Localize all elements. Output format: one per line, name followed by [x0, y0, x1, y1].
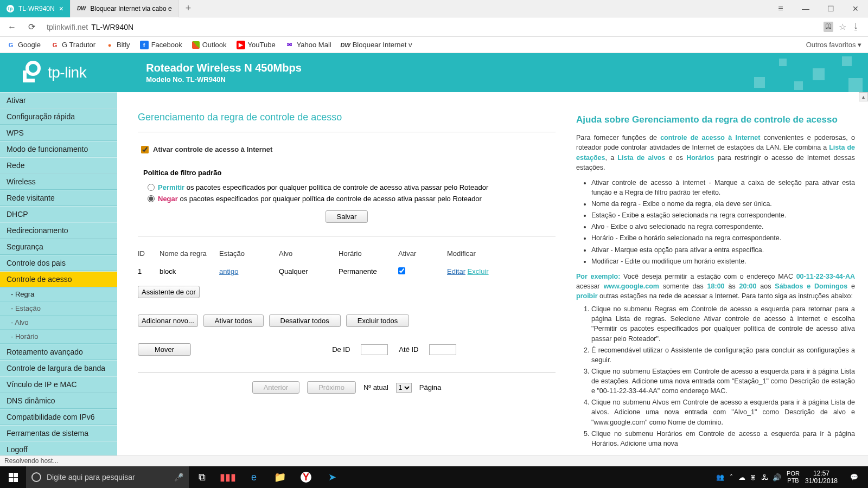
translate-icon: G: [50, 41, 59, 49]
taskbar-search[interactable]: Digite aqui para pesquisar 🎤: [26, 466, 189, 488]
save-button[interactable]: Salvar: [326, 210, 368, 223]
telegram-icon[interactable]: ➤: [319, 466, 345, 488]
yandex-icon[interactable]: Y: [293, 466, 319, 488]
tray-volume-icon[interactable]: 🔊: [773, 473, 781, 481]
tab-close-icon[interactable]: ×: [59, 4, 63, 13]
dw-icon: DW: [341, 41, 350, 49]
help-intro: Para fornecer funções de controle de ace…: [576, 133, 855, 172]
sidebar-item-systools[interactable]: Ferramentas de sistema: [0, 425, 117, 441]
deny-word: Negar: [158, 195, 178, 203]
tray-defender-icon[interactable]: ⛨: [750, 473, 757, 481]
notifications-icon[interactable]: 💬: [843, 473, 865, 481]
explorer-icon[interactable]: 📁: [267, 466, 293, 488]
reader-mode-icon[interactable]: 🕮: [824, 22, 833, 32]
url-path: TL-WR940N: [91, 23, 133, 31]
sidebar-item-security[interactable]: Segurança: [0, 239, 117, 255]
browser-tab-active[interactable]: tp TL-WR940N ×: [0, 0, 71, 17]
sidebar-sub-schedule[interactable]: - Horário: [0, 330, 117, 344]
enable-access-checkbox[interactable]: [141, 146, 149, 153]
cell-station-link[interactable]: antigo: [219, 267, 279, 276]
task-view-icon[interactable]: ⧉: [189, 466, 215, 488]
delete-all-button[interactable]: Excluir todos: [346, 314, 409, 327]
bookmark-outlook[interactable]: Outlook: [192, 41, 227, 49]
sidebar-item-ipmac[interactable]: Vínculo de IP e MAC: [0, 376, 117, 393]
row-enable-checkbox[interactable]: [398, 267, 405, 274]
taskbar-clock[interactable]: 12:57 31/01/2018: [805, 470, 838, 485]
next-page-button[interactable]: Próximo: [307, 381, 356, 394]
sidebar-item-routing[interactable]: Roteamento avançado: [0, 344, 117, 360]
to-id-label: Até ID: [399, 345, 418, 354]
from-id-input[interactable]: [361, 344, 388, 355]
taskbar-language[interactable]: POR PTB: [787, 470, 800, 484]
other-favorites[interactable]: Outros favoritos ▾: [806, 41, 861, 49]
bookmark-youtube[interactable]: ▶YouTube: [237, 41, 276, 49]
sidebar-item-parental[interactable]: Controle dos pais: [0, 255, 117, 271]
sidebar-sub-station[interactable]: - Estação: [0, 301, 117, 316]
maximize-icon[interactable]: ☐: [818, 0, 843, 17]
sidebar-item-wps[interactable]: WPS: [0, 125, 117, 141]
edit-link[interactable]: Editar: [447, 267, 465, 275]
assistant-button[interactable]: Assistente de cor: [138, 286, 200, 298]
router-title: Roteador Wireless N 450Mbps: [146, 62, 302, 74]
taskbar-app-1[interactable]: ▮▮▮: [215, 466, 241, 488]
disable-all-button[interactable]: Desativar todos: [269, 314, 341, 327]
sidebar-item-opmode[interactable]: Modo de funcionamento: [0, 141, 117, 157]
tray-chevron-icon[interactable]: ˄: [730, 473, 733, 481]
start-button[interactable]: [0, 466, 26, 488]
bookmark-gtradutor[interactable]: GG Tradutor: [50, 41, 95, 49]
sidebar-item-forwarding[interactable]: Redirecionamento: [0, 222, 117, 239]
sidebar-item-network[interactable]: Rede: [0, 157, 117, 174]
bookmark-bloquear[interactable]: DWBloquear Internet v: [341, 41, 412, 49]
enable-all-button[interactable]: Ativar todos: [203, 314, 264, 327]
cell-schedule: Permanente: [339, 267, 398, 276]
mic-icon[interactable]: 🎤: [174, 473, 183, 481]
sidebar-item-guest[interactable]: Rede visitante: [0, 190, 117, 206]
cell-id: 1: [138, 267, 159, 276]
youtube-icon: ▶: [237, 41, 245, 49]
bookmark-yahoomail[interactable]: ✉Yahoo Mail: [285, 41, 331, 49]
edge-icon[interactable]: e: [241, 466, 267, 488]
policy-heading: Política de filtro padrão: [143, 169, 556, 177]
new-tab-button[interactable]: +: [179, 3, 198, 14]
sidebar-item-quicksetup[interactable]: Configuração rápida: [0, 108, 117, 125]
sidebar-item-bandwidth[interactable]: Controle de largura de banda: [0, 360, 117, 376]
bookmark-bitly[interactable]: ●Bitly: [105, 41, 130, 49]
browser-tab[interactable]: DW Bloquear Internet via cabo e: [71, 0, 179, 17]
minimize-icon[interactable]: —: [793, 0, 818, 17]
sidebar-item-dhcp[interactable]: DHCP: [0, 206, 117, 222]
tray-network-icon[interactable]: 🖧: [761, 473, 768, 481]
add-new-button[interactable]: Adicionar novo...: [138, 314, 198, 327]
move-button[interactable]: Mover: [138, 343, 191, 356]
delete-link[interactable]: Excluir: [468, 267, 489, 275]
back-button[interactable]: ←: [4, 20, 20, 35]
sidebar-item-wireless[interactable]: Wireless: [0, 174, 117, 190]
svg-rect-2: [23, 79, 35, 82]
sidebar-item-ipv6[interactable]: Compatibilidade com IPv6: [0, 409, 117, 425]
browser-menu-icon[interactable]: ≡: [768, 0, 793, 17]
page-select[interactable]: 1: [396, 383, 412, 393]
bookmark-facebook[interactable]: fFacebook: [140, 41, 182, 49]
sidebar-item-access-control[interactable]: Controle de acesso: [0, 271, 117, 287]
bookmark-google[interactable]: GGoogle: [7, 41, 41, 49]
brand-logo: tp-link: [18, 61, 86, 85]
prev-page-button[interactable]: Anterior: [252, 381, 300, 394]
sidebar-sub-target[interactable]: - Alvo: [0, 316, 117, 330]
downloads-icon[interactable]: ⭳: [852, 22, 860, 32]
sidebar-sub-rule[interactable]: - Regra: [0, 287, 117, 301]
close-icon[interactable]: ✕: [843, 0, 868, 17]
reload-button[interactable]: ⟳: [24, 20, 39, 35]
url-input[interactable]: tplinkwifi.net TL-WR940N: [43, 23, 819, 31]
tray-people-icon[interactable]: 👥: [716, 473, 724, 481]
sidebar-item-ativar[interactable]: Ativar: [0, 92, 117, 108]
scroll-up-icon[interactable]: ▴: [859, 92, 868, 101]
favorite-icon[interactable]: ☆: [839, 22, 846, 32]
tray-onedrive-icon[interactable]: ☁: [738, 473, 745, 481]
sidebar-item-ddns[interactable]: DNS dinâmico: [0, 393, 117, 409]
allow-word: Permitir: [158, 183, 184, 191]
tab-favicon: DW: [77, 5, 86, 11]
policy-allow-radio[interactable]: [148, 184, 155, 191]
sidebar-nav: Ativar Configuração rápida WPS Modo de f…: [0, 92, 117, 461]
policy-deny-radio[interactable]: [148, 195, 155, 202]
to-id-input[interactable]: [429, 344, 456, 355]
help-bullets: Ativar controle de acesso à internet - M…: [591, 178, 855, 266]
